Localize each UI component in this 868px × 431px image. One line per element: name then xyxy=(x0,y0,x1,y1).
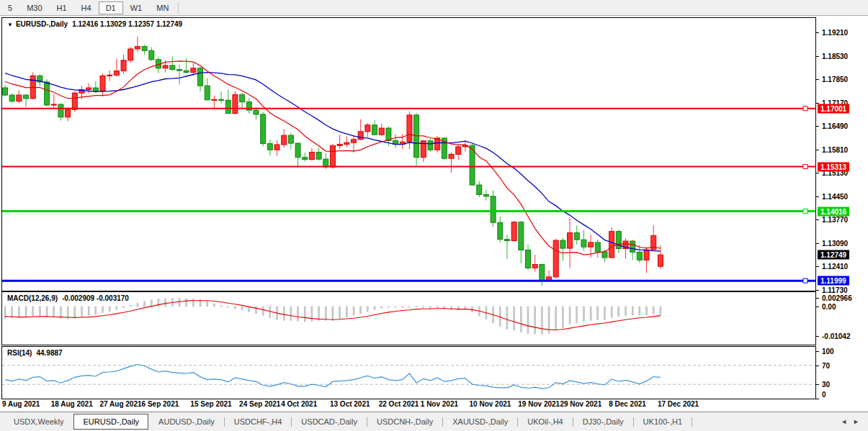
timeframe-button-5[interactable]: 5 xyxy=(1,1,19,14)
timeframe-button-w1[interactable]: W1 xyxy=(123,1,150,14)
date-axis-label: 13 Oct 2021 xyxy=(330,400,370,408)
hline-price-badge: 1.14016 xyxy=(818,207,849,216)
hline-price-badge: 1.15313 xyxy=(818,162,849,171)
tab-audusd-daily[interactable]: AUDUSD-,Daily xyxy=(149,414,224,430)
timeframe-button-h1[interactable]: H1 xyxy=(50,1,74,14)
tabs-scroll-left-icon[interactable]: ◄ xyxy=(841,418,847,425)
date-axis-label: 29 Nov 2021 xyxy=(560,400,601,408)
current-price-badge: 1.12749 xyxy=(818,250,849,260)
price-axis-tick xyxy=(816,173,819,173)
timeframe-button-m30[interactable]: M30 xyxy=(19,1,49,14)
symbol-dropdown-icon[interactable]: ▼ xyxy=(7,22,13,28)
tab-xauusd-daily[interactable]: XAUUSD-,Daily xyxy=(443,414,517,430)
price-axis-tick xyxy=(816,219,819,220)
date-axis-label: 18 Aug 2021 xyxy=(51,400,93,408)
tab-usdcad-daily[interactable]: USDCAD-,Daily xyxy=(292,414,367,430)
date-axis-label: 8 Dec 2021 xyxy=(609,400,646,408)
rsi-axis-tick xyxy=(816,366,819,366)
tab-scroll-controls: ◄► xyxy=(841,418,868,425)
price-axis-tick xyxy=(816,290,819,291)
price-axis-tick xyxy=(816,150,819,150)
date-axis-label: 6 Sep 2021 xyxy=(142,400,179,408)
date-axis[interactable]: 9 Aug 202118 Aug 202127 Aug 20216 Sep 20… xyxy=(1,399,816,411)
tab-ukoil-h4[interactable]: UKOil-,H4 xyxy=(518,414,573,430)
rsi-label: RSI(14)44.9887 xyxy=(7,349,63,357)
macd-axis-tick xyxy=(816,307,819,307)
chart-title: ▼EURUSD-,Daily1.12416 1.13029 1.12357 1.… xyxy=(7,20,182,28)
rsi-axis-label: 100 xyxy=(822,348,834,355)
date-axis-label: 10 Nov 2021 xyxy=(470,400,511,408)
price-axis-label: 1.17850 xyxy=(822,76,848,83)
tab-separator xyxy=(692,417,692,427)
date-axis-label: 27 Aug 2021 xyxy=(100,400,142,408)
price-axis-tick xyxy=(816,79,819,80)
toolbar-separator xyxy=(178,2,179,14)
date-axis-label: 4 Oct 2021 xyxy=(281,400,317,408)
date-axis-label: 9 Aug 2021 xyxy=(2,400,40,408)
rsi-name: RSI(14) xyxy=(7,349,32,357)
price-axis-tick xyxy=(816,32,819,33)
price-axis-label: 1.13090 xyxy=(822,239,848,247)
hline-price-badge: 1.11999 xyxy=(818,276,849,286)
macd-name: MACD(12,26,9) xyxy=(7,294,58,302)
trading-terminal-window: 5M30H1H4D1W1MN ▼EURUSD-,Daily1.12416 1.1… xyxy=(0,0,868,431)
price-axis[interactable]: 1.192101.185301.178501.171701.164901.158… xyxy=(816,18,868,399)
timeframe-button-h4[interactable]: H4 xyxy=(74,1,99,14)
rsi-indicator-pane[interactable]: RSI(14)44.9887 xyxy=(1,346,816,399)
date-axis-label: 22 Oct 2021 xyxy=(379,400,419,408)
price-chart-canvas[interactable] xyxy=(2,18,815,291)
price-axis-label: 1.19210 xyxy=(822,29,848,37)
date-axis-label: 19 Nov 2021 xyxy=(518,400,560,408)
price-axis-tick xyxy=(816,266,819,267)
rsi-axis-label: 0 xyxy=(822,391,826,399)
rsi-axis-label: 70 xyxy=(822,361,830,369)
price-axis-label: 1.11730 xyxy=(822,286,848,294)
price-axis-label: 1.14450 xyxy=(822,192,848,200)
rsi-axis-label: 30 xyxy=(822,381,830,389)
price-axis-label: 1.18530 xyxy=(822,52,848,60)
price-chart-pane[interactable]: ▼EURUSD-,Daily1.12416 1.13029 1.12357 1.… xyxy=(1,17,816,291)
rsi-axis-tick xyxy=(816,384,819,385)
rsi-canvas[interactable] xyxy=(2,347,815,399)
price-axis-tick xyxy=(816,243,819,244)
date-axis-label: 17 Dec 2021 xyxy=(658,400,699,408)
timeframe-button-mn[interactable]: MN xyxy=(149,1,176,14)
tab-usdx-weekly[interactable]: USDX,Weekly xyxy=(4,414,73,430)
tabs-scroll-right-icon[interactable]: ► xyxy=(853,418,859,425)
macd-axis-label: 0.002966 xyxy=(822,294,852,302)
chart-symbol-label: EURUSD-,Daily xyxy=(16,20,68,28)
price-axis-tick xyxy=(816,126,819,127)
tab-eurusd-daily[interactable]: EURUSD-,Daily xyxy=(73,414,148,430)
rsi-axis-tick xyxy=(816,351,819,352)
macd-label: MACD(12,26,9)-0.002909 -0.003170 xyxy=(7,294,129,302)
tab-dj30-daily[interactable]: DJ30-,Daily xyxy=(573,414,633,430)
rsi-axis-tick xyxy=(816,399,819,399)
timeframe-toolbar: 5M30H1H4D1W1MN xyxy=(0,0,868,16)
chart-ohlc-values: 1.12416 1.13029 1.12357 1.12749 xyxy=(72,20,182,28)
macd-axis-tick xyxy=(816,336,819,337)
macd-indicator-pane[interactable]: MACD(12,26,9)-0.002909 -0.003170 xyxy=(1,291,816,345)
timeframe-button-d1[interactable]: D1 xyxy=(99,1,123,14)
macd-values: -0.002909 -0.003170 xyxy=(62,294,129,302)
price-axis-tick xyxy=(816,56,819,57)
macd-axis-label: -0.01042 xyxy=(822,332,850,340)
tab-uk100-h1[interactable]: UK100-,H1 xyxy=(634,414,692,430)
chart-tab-bar: USDX,WeeklyEURUSD-,DailyAUDUSD-,DailyUSD… xyxy=(0,412,868,431)
date-axis-label: 1 Nov 2021 xyxy=(421,400,458,408)
price-axis-label: 1.13770 xyxy=(822,216,848,224)
date-axis-label: 15 Sep 2021 xyxy=(190,400,231,408)
price-axis-label: 1.12410 xyxy=(822,263,848,271)
hline-price-badge: 1.17001 xyxy=(818,104,849,113)
tab-usdcnh-daily[interactable]: USDCNH-,Daily xyxy=(367,414,442,430)
macd-axis-label: 0.00 xyxy=(822,303,836,311)
rsi-value: 44.9887 xyxy=(36,349,62,357)
price-axis-label: 1.15810 xyxy=(822,145,848,153)
macd-axis-tick xyxy=(816,298,819,299)
price-axis-tick xyxy=(816,196,819,197)
price-axis-label: 1.16490 xyxy=(822,122,848,130)
date-axis-label: 24 Sep 2021 xyxy=(239,400,280,408)
tab-usdchf-h4[interactable]: USDCHF-,H4 xyxy=(225,414,292,430)
